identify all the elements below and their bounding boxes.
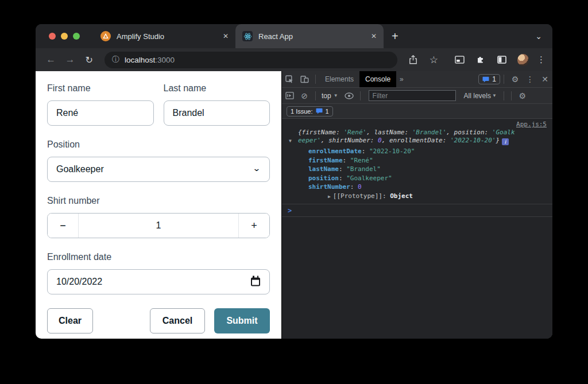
site-info-icon[interactable]: ⓘ — [112, 55, 119, 65]
object-preview-token: , position: — [446, 129, 492, 136]
divider — [315, 75, 316, 84]
issues-button[interactable]: 1 Issue: 1 — [287, 106, 333, 117]
clear-button[interactable]: Clear — [47, 308, 93, 333]
window-controls — [49, 33, 80, 40]
browser-toolbar: ← → ↻ ⓘ localhost :3000 ☆ ⋮ — [36, 48, 552, 71]
object-preview-token: 'Brandel' — [412, 129, 447, 136]
devtools-panel: Elements Console » 1 ⚙ ⋮ ✕ — [281, 71, 552, 339]
tab-console[interactable]: Console — [359, 71, 396, 87]
new-tab-button[interactable]: + — [392, 30, 399, 43]
share-button[interactable] — [407, 54, 418, 65]
log-levels-dropdown[interactable]: All levels — [464, 92, 491, 100]
last-name-input[interactable]: Brandel — [164, 100, 270, 126]
info-icon[interactable]: i — [502, 138, 509, 145]
tab-strip: Amplify Studio ✕ React App ✕ + ⌄ — [36, 24, 552, 48]
position-select[interactable]: Goalkeeper ⌄ — [47, 157, 270, 182]
devtools-close-icon[interactable]: ✕ — [537, 71, 552, 87]
extensions-puzzle-icon[interactable] — [475, 54, 486, 65]
chevron-down-icon: ⌄ — [253, 164, 261, 173]
devtools-settings-gear-icon[interactable]: ⚙ — [508, 71, 523, 87]
window-content: First name René Last name Brandel Positi… — [36, 71, 552, 339]
tab-react-app[interactable]: React App ✕ — [235, 24, 384, 48]
object-preview-token: , lastName: — [366, 129, 412, 136]
shirt-number-label: Shirt number — [47, 196, 270, 206]
eye-icon[interactable] — [342, 88, 357, 103]
first-name-value: René — [56, 108, 78, 118]
reload-button[interactable]: ↻ — [82, 55, 96, 65]
prototype-row[interactable]: ▶[[Prototype]]: Object — [308, 192, 548, 201]
first-name-input[interactable]: René — [47, 100, 154, 126]
tab-label: Amplify Studio — [117, 32, 217, 41]
object-preview-token: 'René' — [343, 129, 366, 136]
object-preview-token: } — [496, 137, 500, 144]
minimize-window-button[interactable] — [61, 33, 68, 40]
calendar-icon[interactable] — [251, 278, 260, 286]
console-filter-input[interactable]: Filter — [369, 90, 456, 101]
expand-triangle-icon[interactable]: ▶ — [328, 194, 331, 199]
profile-avatar[interactable] — [517, 54, 529, 66]
caret-down-icon: ▼ — [492, 93, 497, 98]
react-app-form: First name René Last name Brandel Positi… — [36, 71, 281, 339]
console-log-entry: ▼ {firstName: 'René', lastName: 'Brandel… — [282, 128, 552, 146]
close-tab-icon[interactable]: ✕ — [371, 32, 377, 40]
divider — [504, 91, 504, 100]
object-preview-token: {firstName: — [298, 129, 343, 136]
tab-search-chevron-icon[interactable]: ⌄ — [535, 32, 542, 41]
device-toolbar-icon[interactable] — [297, 71, 312, 87]
last-name-label: Last name — [164, 83, 270, 94]
console-empty-area[interactable] — [282, 217, 552, 339]
issues-count: 1 — [326, 108, 329, 115]
property-row: lastName: "Brandel" — [308, 165, 548, 174]
close-tab-icon[interactable]: ✕ — [223, 32, 229, 40]
message-count: 1 — [492, 75, 496, 83]
zoom-window-button[interactable] — [73, 33, 80, 40]
console-toolbar: ⊘ top ▼ Filter All levels ▼ ⚙ — [282, 88, 552, 104]
inspect-element-icon[interactable] — [282, 71, 297, 87]
stepper-increment-button[interactable]: + — [238, 214, 269, 238]
back-button[interactable]: ← — [44, 54, 58, 65]
react-icon — [242, 31, 253, 41]
console-prompt[interactable]: > — [282, 204, 552, 217]
console-sidebar-icon[interactable] — [282, 88, 297, 103]
address-bar[interactable]: ⓘ localhost :3000 — [105, 52, 397, 68]
close-window-button[interactable] — [49, 33, 56, 40]
filter-placeholder: Filter — [373, 92, 388, 100]
more-tabs-icon[interactable]: » — [396, 75, 407, 83]
caret-down-icon: ▼ — [334, 93, 338, 98]
submit-button[interactable]: Submit — [214, 308, 270, 333]
issues-bar: 1 Issue: 1 — [282, 104, 552, 119]
browser-menu-icon[interactable]: ⋮ — [537, 55, 546, 65]
message-bubble-icon — [482, 76, 489, 83]
console-settings-gear-icon[interactable]: ⚙ — [515, 88, 530, 103]
enrollment-date-input[interactable]: 10/20/2022 — [47, 269, 270, 294]
tab-elements[interactable]: Elements — [319, 71, 359, 87]
object-preview-token: , shirtNumber: — [321, 137, 378, 144]
enrollment-date-value: 10/20/2022 — [56, 277, 102, 287]
devtools-menu-icon[interactable]: ⋮ — [523, 71, 537, 87]
console-messages-badge[interactable]: 1 — [478, 74, 500, 84]
prompt-chevron-icon: > — [288, 207, 292, 215]
bookmark-star-icon[interactable]: ☆ — [428, 54, 439, 65]
media-panel-icon[interactable] — [454, 54, 465, 65]
position-value: Goalkeeper — [56, 164, 104, 174]
console-log-area: App.js:5 ▼ {firstName: 'René', lastName:… — [282, 119, 552, 339]
message-bubble-icon — [316, 108, 323, 114]
issues-label: 1 Issue: — [291, 108, 313, 115]
url-host: localhost — [125, 56, 155, 64]
forward-button[interactable]: → — [63, 54, 77, 65]
object-properties: enrollmentDate: "2022-10-20" firstName: … — [282, 146, 552, 201]
stepper-decrement-button[interactable]: − — [48, 214, 79, 238]
browser-window: Amplify Studio ✕ React App ✕ + ⌄ ← → — [36, 24, 552, 339]
divider — [504, 75, 504, 84]
tab-label: React App — [258, 32, 365, 41]
cancel-button[interactable]: Cancel — [150, 308, 205, 333]
source-link[interactable]: App.js:5 — [516, 121, 547, 128]
clear-console-icon[interactable]: ⊘ — [297, 88, 312, 103]
collapse-triangle-icon[interactable]: ▼ — [289, 137, 292, 145]
side-panel-icon[interactable] — [496, 54, 507, 65]
context-selector[interactable]: top — [322, 92, 331, 100]
shirt-number-value[interactable]: 1 — [79, 214, 238, 238]
tab-amplify-studio[interactable]: Amplify Studio ✕ — [94, 24, 235, 48]
property-row: shirtNumber: 0 — [308, 183, 548, 192]
property-row: firstName: "René" — [308, 156, 548, 165]
